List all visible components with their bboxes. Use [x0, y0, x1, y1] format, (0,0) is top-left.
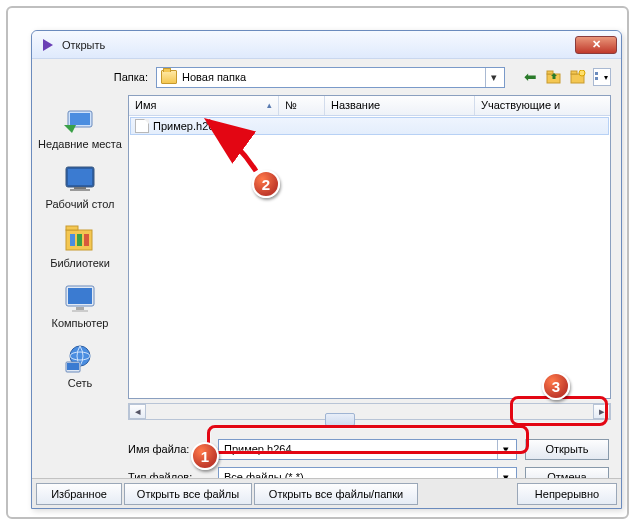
file-list[interactable]: Имя № Название Участвующие и Пример.h264: [128, 95, 611, 399]
scroll-left-icon[interactable]: ◂: [129, 404, 146, 419]
svg-rect-23: [76, 307, 84, 310]
place-libraries[interactable]: Библиотеки: [36, 220, 124, 278]
svg-rect-4: [571, 71, 577, 74]
svg-rect-18: [70, 234, 75, 246]
file-icon: [135, 119, 149, 133]
filename-value: Пример.h264: [224, 443, 292, 455]
place-computer-label: Компьютер: [36, 317, 124, 330]
favorites-button[interactable]: Избранное: [36, 483, 122, 505]
continuous-button[interactable]: Непрерывно: [517, 483, 617, 505]
svg-rect-24: [72, 310, 88, 312]
scroll-thumb[interactable]: [325, 413, 355, 426]
horizontal-scrollbar[interactable]: ◂ ▸: [128, 403, 611, 420]
place-libraries-label: Библиотеки: [36, 257, 124, 270]
folder-row: Папка: Новая папка ▾ ⬅ ▾: [32, 59, 621, 95]
scroll-right-icon[interactable]: ▸: [593, 404, 610, 419]
back-icon[interactable]: ⬅: [521, 68, 539, 86]
place-computer[interactable]: Компьютер: [36, 280, 124, 338]
svg-rect-17: [66, 226, 78, 230]
svg-rect-2: [547, 71, 553, 74]
folder-combo[interactable]: Новая папка ▾: [156, 67, 505, 88]
titlebar: Открыть ✕: [32, 31, 621, 59]
filename-input[interactable]: Пример.h264 ▾: [218, 439, 517, 460]
open-button[interactable]: Открыть: [525, 439, 609, 460]
places-sidebar: Недавние места Рабочий стол Библиотеки К…: [32, 95, 128, 425]
up-folder-icon[interactable]: [545, 68, 563, 86]
open-all-files-button[interactable]: Открыть все файлы: [124, 483, 252, 505]
svg-rect-20: [84, 234, 89, 246]
svg-rect-14: [74, 187, 86, 189]
svg-rect-13: [68, 169, 92, 185]
svg-rect-22: [68, 288, 92, 304]
svg-rect-19: [77, 234, 82, 246]
place-network-label: Сеть: [36, 377, 124, 390]
list-header: Имя № Название Участвующие и: [129, 96, 610, 116]
col-name[interactable]: Имя: [129, 96, 279, 115]
folder-icon: [161, 70, 177, 84]
file-row[interactable]: Пример.h264: [130, 117, 609, 135]
svg-marker-0: [43, 39, 53, 51]
new-folder-icon[interactable]: [569, 68, 587, 86]
svg-rect-8: [595, 77, 598, 80]
place-network[interactable]: Сеть: [36, 340, 124, 398]
file-list-area: Имя № Название Участвующие и Пример.h264…: [128, 95, 621, 425]
place-recent[interactable]: Недавние места: [36, 101, 124, 159]
svg-rect-11: [70, 113, 90, 125]
app-icon: [40, 37, 56, 53]
filename-label: Имя файла:: [128, 443, 210, 455]
svg-point-5: [579, 70, 585, 76]
chevron-down-icon[interactable]: ▾: [485, 68, 502, 87]
open-dialog: Открыть ✕ Папка: Новая папка ▾ ⬅ ▾ Недав…: [31, 30, 622, 509]
place-recent-label: Недавние места: [36, 138, 124, 151]
chevron-down-icon[interactable]: ▾: [497, 440, 514, 459]
bottom-button-bar: Избранное Открыть все файлы Открыть все …: [32, 478, 621, 508]
place-desktop[interactable]: Рабочий стол: [36, 161, 124, 219]
window-title: Открыть: [62, 39, 575, 51]
nav-icons: ⬅ ▾: [521, 68, 611, 86]
view-mode-button[interactable]: ▾: [593, 68, 611, 86]
svg-rect-28: [67, 363, 79, 370]
folder-label: Папка:: [104, 71, 148, 83]
col-title[interactable]: Название: [325, 96, 475, 115]
svg-rect-15: [70, 189, 90, 191]
col-no[interactable]: №: [279, 96, 325, 115]
folder-value: Новая папка: [182, 71, 246, 83]
open-all-folders-button[interactable]: Открыть все файлы/папки: [254, 483, 418, 505]
file-name: Пример.h264: [153, 120, 221, 132]
col-participants[interactable]: Участвующие и: [475, 96, 610, 115]
place-desktop-label: Рабочий стол: [36, 198, 124, 211]
close-button[interactable]: ✕: [575, 36, 617, 54]
svg-rect-6: [595, 72, 598, 75]
